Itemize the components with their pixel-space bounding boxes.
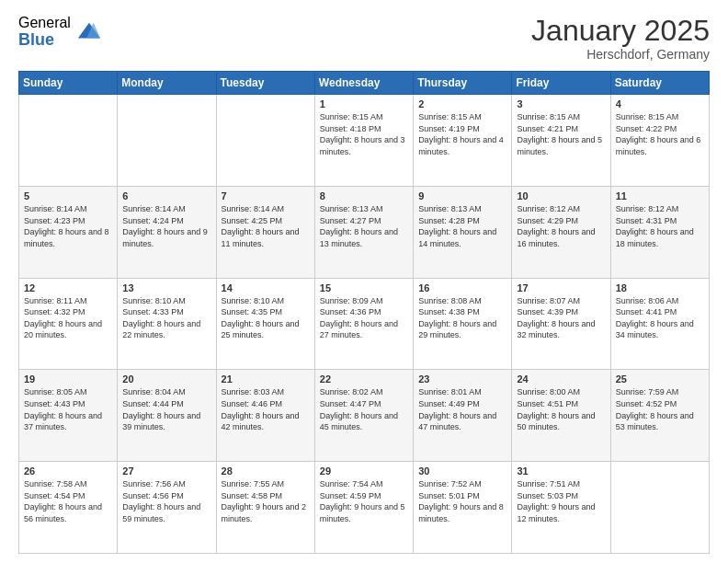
table-row: 31 Sunrise: 7:51 AMSunset: 5:03 PMDaylig…: [512, 462, 610, 554]
table-row: 3 Sunrise: 8:15 AMSunset: 4:21 PMDayligh…: [512, 95, 610, 187]
table-row: 26 Sunrise: 7:58 AMSunset: 4:54 PMDaylig…: [19, 462, 118, 554]
month-title: January 2025: [531, 15, 710, 47]
day-number: 4: [616, 98, 704, 109]
day-info: Sunrise: 8:15 AMSunset: 4:21 PMDaylight:…: [517, 111, 605, 157]
day-number: 9: [418, 190, 506, 201]
day-info: Sunrise: 8:01 AMSunset: 4:49 PMDaylight:…: [418, 386, 506, 432]
day-number: 11: [616, 190, 704, 201]
day-number: 25: [616, 373, 704, 385]
table-row: 12 Sunrise: 8:11 AMSunset: 4:32 PMDaylig…: [19, 278, 118, 370]
day-info: Sunrise: 8:10 AMSunset: 4:35 PMDaylight:…: [222, 295, 310, 341]
day-number: 22: [320, 373, 408, 385]
table-row: 14 Sunrise: 8:10 AMSunset: 4:35 PMDaylig…: [216, 278, 314, 370]
col-wednesday: Wednesday: [314, 72, 413, 95]
col-friday: Friday: [512, 72, 610, 95]
day-number: 26: [24, 465, 112, 477]
col-sunday: Sunday: [19, 72, 118, 95]
day-info: Sunrise: 8:14 AMSunset: 4:25 PMDaylight:…: [222, 203, 310, 249]
day-info: Sunrise: 8:02 AMSunset: 4:47 PMDaylight:…: [320, 386, 408, 432]
day-number: 1: [320, 98, 408, 109]
day-info: Sunrise: 8:03 AMSunset: 4:46 PMDaylight:…: [222, 386, 310, 432]
day-info: Sunrise: 8:05 AMSunset: 4:43 PMDaylight:…: [24, 386, 112, 432]
page: General Blue January 2025 Herschdorf, Ge…: [0, 0, 728, 563]
table-row: 13 Sunrise: 8:10 AMSunset: 4:33 PMDaylig…: [118, 278, 216, 370]
table-row: 17 Sunrise: 8:07 AMSunset: 4:39 PMDaylig…: [512, 278, 610, 370]
table-row: 6 Sunrise: 8:14 AMSunset: 4:24 PMDayligh…: [118, 186, 216, 278]
day-info: Sunrise: 8:12 AMSunset: 4:31 PMDaylight:…: [616, 203, 704, 249]
table-row: 28 Sunrise: 7:55 AMSunset: 4:58 PMDaylig…: [216, 462, 314, 554]
day-number: 2: [418, 98, 506, 109]
day-number: 14: [222, 282, 310, 293]
day-info: Sunrise: 8:12 AMSunset: 4:29 PMDaylight:…: [517, 203, 605, 249]
col-tuesday: Tuesday: [216, 72, 314, 95]
calendar-week-row: 5 Sunrise: 8:14 AMSunset: 4:23 PMDayligh…: [19, 186, 710, 278]
day-info: Sunrise: 8:15 AMSunset: 4:19 PMDaylight:…: [418, 111, 506, 157]
table-row: 21 Sunrise: 8:03 AMSunset: 4:46 PMDaylig…: [216, 370, 314, 462]
day-info: Sunrise: 8:00 AMSunset: 4:51 PMDaylight:…: [517, 386, 605, 432]
day-number: 6: [122, 190, 210, 201]
day-number: 12: [24, 282, 112, 293]
logo-icon: [76, 19, 102, 45]
day-number: 8: [320, 190, 408, 201]
day-number: 30: [418, 465, 506, 477]
table-row: 8 Sunrise: 8:13 AMSunset: 4:27 PMDayligh…: [314, 186, 413, 278]
day-info: Sunrise: 8:11 AMSunset: 4:32 PMDaylight:…: [24, 295, 112, 341]
day-number: 29: [320, 465, 408, 477]
calendar-week-row: 12 Sunrise: 8:11 AMSunset: 4:32 PMDaylig…: [19, 278, 710, 370]
day-info: Sunrise: 8:13 AMSunset: 4:27 PMDaylight:…: [320, 203, 408, 249]
table-row: [19, 95, 118, 187]
day-info: Sunrise: 8:15 AMSunset: 4:18 PMDaylight:…: [320, 111, 408, 157]
day-info: Sunrise: 8:09 AMSunset: 4:36 PMDaylight:…: [320, 295, 408, 341]
day-number: 17: [517, 282, 605, 293]
table-row: 19 Sunrise: 8:05 AMSunset: 4:43 PMDaylig…: [19, 370, 118, 462]
table-row: 5 Sunrise: 8:14 AMSunset: 4:23 PMDayligh…: [19, 186, 118, 278]
day-info: Sunrise: 7:52 AMSunset: 5:01 PMDaylight:…: [418, 478, 506, 524]
header: General Blue January 2025 Herschdorf, Ge…: [18, 15, 710, 62]
table-row: 11 Sunrise: 8:12 AMSunset: 4:31 PMDaylig…: [610, 186, 709, 278]
table-row: 20 Sunrise: 8:04 AMSunset: 4:44 PMDaylig…: [118, 370, 216, 462]
table-row: 23 Sunrise: 8:01 AMSunset: 4:49 PMDaylig…: [414, 370, 512, 462]
day-info: Sunrise: 8:07 AMSunset: 4:39 PMDaylight:…: [517, 295, 605, 341]
table-row: 1 Sunrise: 8:15 AMSunset: 4:18 PMDayligh…: [314, 95, 413, 187]
location: Herschdorf, Germany: [531, 47, 710, 62]
table-row: [118, 95, 216, 187]
day-info: Sunrise: 8:08 AMSunset: 4:38 PMDaylight:…: [418, 295, 506, 341]
calendar-table: Sunday Monday Tuesday Wednesday Thursday…: [18, 71, 710, 554]
table-row: 22 Sunrise: 8:02 AMSunset: 4:47 PMDaylig…: [314, 370, 413, 462]
table-row: 9 Sunrise: 8:13 AMSunset: 4:28 PMDayligh…: [414, 186, 512, 278]
day-number: 20: [122, 373, 210, 385]
day-number: 10: [517, 190, 605, 201]
logo-general: General: [18, 15, 71, 31]
day-number: 28: [222, 465, 310, 477]
table-row: [610, 462, 709, 554]
day-info: Sunrise: 8:04 AMSunset: 4:44 PMDaylight:…: [122, 386, 210, 432]
day-number: 13: [122, 282, 210, 293]
day-number: 21: [222, 373, 310, 385]
day-number: 5: [24, 190, 112, 201]
table-row: 4 Sunrise: 8:15 AMSunset: 4:22 PMDayligh…: [610, 95, 709, 187]
day-info: Sunrise: 8:14 AMSunset: 4:24 PMDaylight:…: [122, 203, 210, 249]
day-number: 7: [222, 190, 310, 201]
col-saturday: Saturday: [610, 72, 709, 95]
day-number: 3: [517, 98, 605, 109]
day-info: Sunrise: 7:55 AMSunset: 4:58 PMDaylight:…: [222, 478, 310, 524]
calendar-week-row: 1 Sunrise: 8:15 AMSunset: 4:18 PMDayligh…: [19, 95, 710, 187]
title-block: January 2025 Herschdorf, Germany: [531, 15, 710, 62]
day-number: 31: [517, 465, 605, 477]
logo-blue: Blue: [18, 31, 71, 50]
day-info: Sunrise: 8:15 AMSunset: 4:22 PMDaylight:…: [616, 111, 704, 157]
table-row: 10 Sunrise: 8:12 AMSunset: 4:29 PMDaylig…: [512, 186, 610, 278]
table-row: 2 Sunrise: 8:15 AMSunset: 4:19 PMDayligh…: [414, 95, 512, 187]
col-thursday: Thursday: [414, 72, 512, 95]
table-row: 15 Sunrise: 8:09 AMSunset: 4:36 PMDaylig…: [314, 278, 413, 370]
table-row: 27 Sunrise: 7:56 AMSunset: 4:56 PMDaylig…: [118, 462, 216, 554]
day-number: 18: [616, 282, 704, 293]
day-info: Sunrise: 8:14 AMSunset: 4:23 PMDaylight:…: [24, 203, 112, 249]
table-row: 29 Sunrise: 7:54 AMSunset: 4:59 PMDaylig…: [314, 462, 413, 554]
logo: General Blue: [18, 15, 102, 49]
table-row: [216, 95, 314, 187]
table-row: 7 Sunrise: 8:14 AMSunset: 4:25 PMDayligh…: [216, 186, 314, 278]
day-info: Sunrise: 7:58 AMSunset: 4:54 PMDaylight:…: [24, 478, 112, 524]
table-row: 24 Sunrise: 8:00 AMSunset: 4:51 PMDaylig…: [512, 370, 610, 462]
calendar-week-row: 26 Sunrise: 7:58 AMSunset: 4:54 PMDaylig…: [19, 462, 710, 554]
